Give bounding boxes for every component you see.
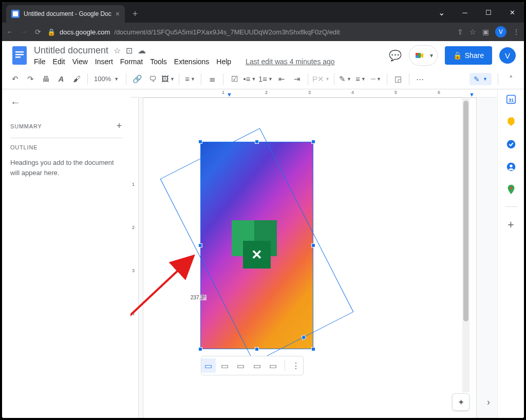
maps-icon[interactable]: [505, 184, 517, 195]
wrap-front-icon[interactable]: ▭: [266, 358, 280, 373]
wrap-text-icon[interactable]: ▭: [218, 358, 232, 373]
explore-button[interactable]: ✦: [452, 393, 469, 411]
resize-handle-tl[interactable]: [198, 140, 202, 144]
star-icon[interactable]: ☆: [114, 46, 121, 55]
resize-handle-tr[interactable]: [311, 140, 315, 144]
window-close-icon[interactable]: ✕: [500, 2, 524, 23]
comments-icon[interactable]: 💬: [389, 49, 402, 62]
share-button[interactable]: 🔒 Share: [445, 46, 492, 65]
browser-profile-avatar[interactable]: V: [495, 26, 506, 37]
zoom-select[interactable]: 100%▼: [92, 72, 122, 86]
move-icon[interactable]: ⊡: [126, 46, 133, 55]
svg-point-13: [510, 164, 513, 167]
indent-marker-icon[interactable]: ▼: [227, 91, 232, 98]
menu-extensions[interactable]: Extensions: [174, 58, 209, 66]
clear-format-icon[interactable]: P✕▼: [312, 72, 330, 86]
paint-format-icon[interactable]: 🖌: [70, 72, 83, 86]
numbered-list-icon[interactable]: 1≡▼: [258, 72, 273, 86]
line-spacing-icon[interactable]: ≣: [205, 72, 219, 86]
menu-insert[interactable]: Insert: [95, 58, 113, 66]
nav-back-icon[interactable]: ←: [6, 28, 13, 36]
add-comment-icon[interactable]: 🗨: [146, 72, 159, 86]
cloud-status-icon[interactable]: ☁: [138, 46, 146, 55]
bookmark-star-icon[interactable]: ☆: [469, 28, 476, 36]
image-options-more-icon[interactable]: ⋮: [289, 358, 303, 373]
side-panel-icon[interactable]: ▣: [482, 28, 489, 36]
tasks-icon[interactable]: [505, 139, 517, 150]
lock-icon: 🔒: [47, 28, 55, 36]
undo-icon[interactable]: ↶: [8, 72, 22, 86]
more-tools-icon[interactable]: ⋯: [414, 72, 427, 86]
menu-edit[interactable]: Edit: [53, 58, 65, 66]
contacts-icon[interactable]: [505, 161, 517, 173]
menu-tools[interactable]: Tools: [150, 58, 167, 66]
window-minimize-icon[interactable]: ─: [453, 2, 477, 23]
svg-rect-2: [15, 54, 24, 55]
editing-mode-button[interactable]: ✎▼: [469, 73, 492, 85]
menu-view[interactable]: View: [72, 58, 88, 66]
border-dash-icon[interactable]: ┈▼: [369, 72, 383, 86]
checklist-icon[interactable]: ☑: [228, 72, 241, 86]
ruler-tick: 2: [132, 225, 135, 230]
align-icon[interactable]: ≡▼: [183, 72, 197, 86]
docs-logo-icon[interactable]: [10, 45, 29, 66]
last-edit-link[interactable]: Last edit was 4 minutes ago: [246, 58, 335, 66]
add-summary-icon[interactable]: +: [117, 121, 122, 131]
outline-close-icon[interactable]: ←: [10, 97, 122, 108]
ruler-tick: 3: [132, 268, 135, 273]
tab-search-icon[interactable]: ⌄: [429, 2, 453, 23]
menu-format[interactable]: Format: [120, 58, 143, 66]
resize-handle-br[interactable]: [311, 347, 315, 351]
crop-icon[interactable]: ◲: [391, 72, 405, 86]
insert-image-icon[interactable]: 🖼▼: [161, 72, 175, 86]
document-page[interactable]: ✕ 237.3° ▭ ▭ ▭ ▭ ▭ ⋮: [143, 98, 477, 418]
wrap-inline-icon[interactable]: ▭: [201, 358, 216, 373]
spellcheck-icon[interactable]: A: [54, 72, 68, 86]
keep-icon[interactable]: [505, 116, 517, 127]
meet-icon[interactable]: [411, 47, 428, 64]
border-weight-icon[interactable]: ≡▼: [354, 72, 367, 86]
border-color-icon[interactable]: ✎▼: [339, 72, 352, 86]
vertical-ruler[interactable]: 1 2 3 4: [130, 98, 139, 418]
overlay-app-icon: ✕: [232, 220, 280, 270]
meet-caret-icon[interactable]: ▾: [430, 52, 433, 59]
side-panel-rail: 31 +: [497, 89, 524, 418]
collapse-toolbar-icon[interactable]: ˄: [504, 72, 518, 86]
new-tab-button[interactable]: +: [128, 7, 142, 21]
share-page-icon[interactable]: ⇪: [457, 28, 463, 36]
browser-menu-icon[interactable]: ⋮: [513, 28, 520, 36]
side-panel-toggle-icon[interactable]: ›: [487, 397, 490, 408]
resize-handle-bm[interactable]: [255, 347, 259, 351]
resize-handle-tm[interactable]: [255, 140, 259, 144]
decrease-indent-icon[interactable]: ⇤: [275, 72, 288, 86]
pencil-icon: ✎: [474, 75, 480, 83]
print-icon[interactable]: 🖶: [39, 72, 52, 86]
url-field[interactable]: 🔒 docs.google.com/document/d/1SFQu5A5mi1…: [47, 28, 451, 36]
wrap-break-icon[interactable]: ▭: [234, 358, 248, 373]
menu-help[interactable]: Help: [216, 58, 231, 66]
increase-indent-icon[interactable]: ⇥: [290, 72, 304, 86]
resize-handle-ml[interactable]: [198, 243, 202, 247]
calendar-icon[interactable]: 31: [505, 93, 517, 105]
vertical-scrollbar[interactable]: [462, 98, 469, 392]
outline-heading: OUTLINE: [10, 144, 122, 150]
window-maximize-icon[interactable]: ☐: [477, 2, 500, 23]
add-addon-icon[interactable]: +: [508, 218, 514, 232]
document-title[interactable]: Untitled document: [34, 45, 108, 56]
resize-handle-bl[interactable]: [198, 347, 202, 351]
bulleted-list-icon[interactable]: •≡▼: [243, 72, 256, 86]
horizontal-ruler[interactable]: 1 2 3 4 5 6 ▼ ▼: [130, 89, 497, 98]
account-avatar[interactable]: V: [499, 47, 516, 64]
ruler-tick: 1: [132, 182, 135, 187]
scrollbar-thumb[interactable]: [463, 101, 468, 321]
nav-reload-icon[interactable]: ⟳: [35, 28, 41, 36]
right-indent-marker-icon[interactable]: ▼: [469, 91, 475, 98]
lock-icon: 🔒: [453, 51, 462, 60]
resize-handle-mr[interactable]: [311, 243, 315, 247]
redo-icon[interactable]: ↷: [24, 72, 37, 86]
wrap-behind-icon[interactable]: ▭: [250, 358, 265, 373]
browser-tab[interactable]: Untitled document - Google Doc ×: [6, 5, 125, 23]
insert-link-icon[interactable]: 🔗: [130, 72, 144, 86]
tab-close-icon[interactable]: ×: [116, 10, 120, 18]
menu-file[interactable]: File: [34, 58, 46, 66]
